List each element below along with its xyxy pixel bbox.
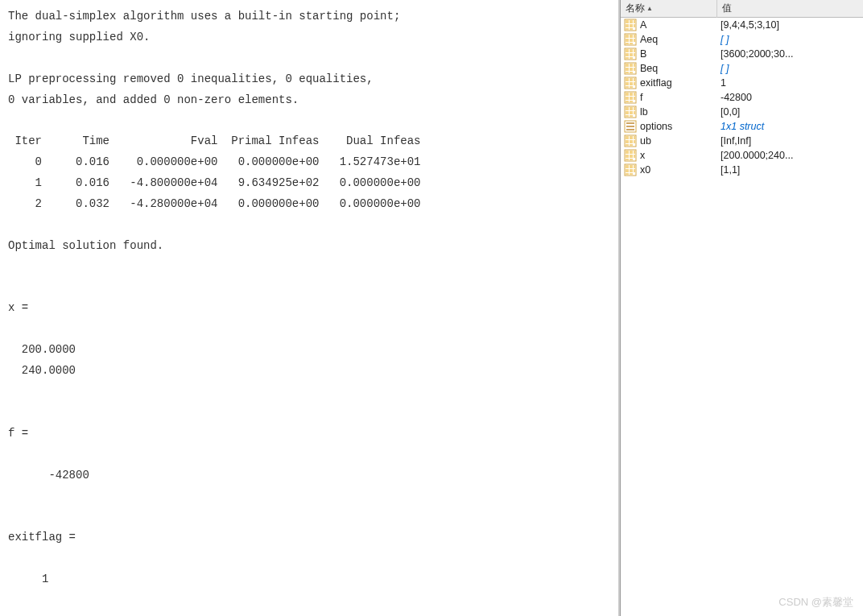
svg-rect-83 [626, 159, 629, 160]
svg-rect-34 [626, 72, 629, 73]
column-header-value-label: 值 [722, 2, 732, 15]
workspace-variable-row[interactable]: lb[0,0] [621, 105, 863, 119]
svg-rect-28 [626, 64, 629, 67]
iteration-table-row: 1 0.016 -4.800000e+04 9.634925e+02 0.000… [8, 176, 420, 189]
svg-rect-13 [630, 39, 633, 42]
matrix-icon [624, 149, 637, 162]
column-header-name-label: 名称 [626, 2, 645, 15]
column-header-name[interactable]: 名称 ▲ [621, 0, 717, 18]
variable-name-cell: Beq [621, 62, 717, 75]
svg-rect-24 [634, 53, 635, 56]
workspace-variable-row[interactable]: f-42800 [621, 90, 863, 105]
svg-rect-84 [630, 159, 633, 160]
workspace-variable-row[interactable]: A[9,4;4,5;3,10] [621, 18, 863, 32]
svg-rect-61 [626, 115, 629, 117]
svg-rect-57 [626, 111, 629, 114]
workspace-variable-row[interactable]: Beq[ ] [621, 61, 863, 76]
variable-name-cell: lb [621, 105, 717, 118]
svg-rect-80 [630, 155, 633, 158]
svg-rect-21 [626, 53, 629, 56]
workspace-variable-row[interactable]: B[3600;2000;30... [621, 47, 863, 61]
console-line: LP preprocessing removed 0 inequalities,… [8, 72, 374, 85]
svg-rect-8 [630, 28, 633, 30]
variable-name: x0 [640, 164, 650, 176]
workspace-variable-row[interactable]: options1x1 struct [621, 119, 863, 134]
svg-rect-78 [630, 151, 633, 154]
svg-rect-32 [634, 64, 635, 67]
command-window[interactable]: The dual-simplex algorithm uses a built-… [0, 0, 620, 616]
workspace-variable-row[interactable]: x[200.0000;240... [621, 148, 863, 163]
iteration-table-row: 2 0.032 -4.280000e+04 0.000000e+00 0.000… [8, 197, 420, 210]
iteration-table-header: Iter Time Fval Primal Infeas Dual Infeas [8, 134, 420, 147]
svg-rect-93 [630, 173, 633, 175]
svg-rect-26 [630, 57, 633, 59]
svg-rect-79 [626, 155, 629, 158]
svg-rect-82 [634, 155, 635, 158]
svg-rect-4 [630, 24, 633, 27]
svg-rect-92 [626, 173, 629, 175]
svg-rect-25 [626, 57, 629, 59]
svg-rect-58 [630, 111, 633, 114]
svg-rect-60 [634, 111, 635, 114]
svg-rect-42 [634, 82, 635, 85]
svg-rect-51 [634, 97, 635, 100]
output-value: 1 [8, 573, 48, 585]
svg-rect-62 [630, 115, 633, 117]
svg-rect-17 [630, 43, 633, 44]
workspace-variable-row[interactable]: exitflag1 [621, 76, 863, 90]
workspace-variable-row[interactable]: x0[1,1] [621, 163, 863, 177]
variable-name: x [640, 150, 645, 161]
svg-rect-7 [626, 28, 629, 30]
matrix-icon [624, 105, 637, 118]
svg-rect-72 [634, 136, 635, 139]
svg-rect-46 [626, 93, 629, 96]
svg-rect-35 [630, 72, 633, 73]
svg-rect-88 [626, 169, 629, 172]
svg-rect-11 [630, 35, 633, 38]
variable-value-cell: [9,4;4,5;3,10] [717, 19, 863, 31]
svg-rect-31 [630, 68, 633, 71]
svg-rect-81 [634, 151, 635, 154]
svg-rect-6 [634, 24, 635, 27]
variable-name-cell: x0 [621, 163, 717, 176]
variable-name: Beq [640, 63, 658, 74]
svg-rect-19 [626, 49, 629, 52]
variable-value-cell: [ ] [717, 34, 863, 45]
output-value: 240.0000 [8, 364, 76, 377]
matrix-icon [624, 76, 637, 89]
watermark-text: CSDN @素馨堂 [778, 595, 853, 610]
matrix-icon [624, 62, 637, 75]
svg-rect-22 [630, 53, 633, 56]
svg-rect-52 [626, 101, 629, 102]
svg-rect-14 [634, 35, 635, 38]
svg-rect-30 [626, 68, 629, 71]
svg-rect-49 [630, 97, 633, 100]
column-header-value[interactable]: 值 [717, 0, 863, 18]
variable-value-cell: [Inf,Inf] [717, 135, 863, 147]
svg-rect-23 [634, 49, 635, 52]
variable-value-cell: 1x1 struct [717, 121, 863, 132]
variable-name: exitflag [640, 77, 672, 89]
variable-name-cell: f [621, 91, 717, 104]
workspace-variable-row[interactable]: ub[Inf,Inf] [621, 134, 863, 148]
svg-rect-91 [634, 169, 635, 172]
variable-value-cell: [200.0000;240... [717, 150, 863, 161]
svg-rect-73 [634, 140, 635, 143]
svg-rect-1 [626, 20, 629, 23]
variable-value-cell: [0,0] [717, 106, 863, 118]
svg-rect-2 [630, 20, 633, 23]
matrix-icon [624, 134, 637, 147]
svg-rect-75 [630, 144, 633, 146]
console-line: ignoring supplied X0. [8, 31, 150, 43]
workspace-variable-row[interactable]: Aeq[ ] [621, 32, 863, 47]
svg-rect-29 [630, 64, 633, 67]
svg-rect-33 [634, 68, 635, 71]
svg-rect-43 [626, 86, 629, 88]
matrix-icon [624, 91, 637, 104]
matrix-icon [624, 19, 637, 31]
svg-rect-39 [626, 82, 629, 85]
svg-rect-16 [626, 43, 629, 44]
variable-name-cell: ub [621, 134, 717, 147]
console-line: 0 variables, and added 0 non-zero elemen… [8, 93, 299, 106]
svg-rect-59 [634, 107, 635, 110]
